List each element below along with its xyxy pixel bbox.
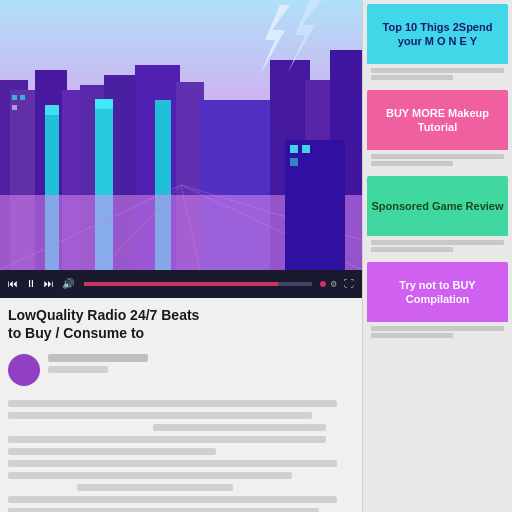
svg-rect-15 (12, 95, 17, 100)
card-2-meta (367, 150, 508, 172)
svg-rect-19 (45, 105, 59, 115)
sidebar-card-1[interactable]: Top 10 Thigs 2Spend your M O N E Y (367, 4, 508, 86)
progress-fill (84, 282, 278, 286)
card-2-bar-1 (371, 154, 504, 159)
svg-rect-16 (20, 95, 25, 100)
svg-rect-6 (80, 85, 108, 270)
card-3-bar-2 (371, 247, 453, 252)
desc-line-3 (153, 424, 326, 431)
svg-rect-13 (330, 50, 362, 270)
card-1-bar-1 (371, 68, 504, 73)
desc-line-1 (8, 400, 337, 407)
svg-rect-3 (22, 100, 40, 270)
desc-line-8 (77, 484, 233, 491)
card-2-thumb[interactable]: BUY MORE Makeup Tutorial (367, 90, 508, 150)
fullscreen-button[interactable]: ⛶ (342, 277, 356, 291)
svg-rect-32 (290, 145, 298, 153)
svg-line-27 (181, 185, 200, 270)
svg-rect-18 (45, 110, 59, 270)
sidebar-card-2[interactable]: BUY MORE Makeup Tutorial (367, 90, 508, 172)
svg-rect-12 (305, 80, 335, 270)
skip-forward-button[interactable]: ⏭ (42, 277, 56, 291)
progress-bar[interactable] (84, 282, 312, 286)
card-3-thumb[interactable]: Sponsored Game Review (367, 176, 508, 236)
card-4-thumb[interactable]: Try not to BUY Compilation (367, 262, 508, 322)
svg-line-25 (0, 185, 181, 270)
svg-rect-34 (290, 158, 298, 166)
settings-button[interactable]: ⚙ (329, 277, 339, 291)
video-controls-bar: ⏮ ⏸ ⏭ 🔊 ⚙ ⛶ (0, 270, 362, 298)
svg-rect-30 (0, 195, 362, 270)
card-3-meta (367, 236, 508, 258)
channel-info (0, 346, 362, 394)
card-2-bar-2 (371, 161, 453, 166)
card-1-thumb[interactable]: Top 10 Thigs 2Spend your M O N E Y (367, 4, 508, 64)
svg-rect-33 (302, 145, 310, 153)
desc-line-4 (8, 436, 326, 443)
svg-rect-10 (200, 100, 275, 270)
svg-line-29 (181, 185, 362, 240)
svg-rect-14 (10, 90, 35, 270)
svg-rect-21 (95, 99, 113, 109)
svg-line-26 (100, 185, 181, 270)
desc-line-2 (8, 412, 312, 419)
video-title: LowQuality Radio 24/7 Beats to Buy / Con… (0, 298, 362, 346)
svg-rect-7 (104, 75, 139, 270)
svg-rect-11 (270, 60, 310, 270)
volume-button[interactable]: 🔊 (60, 277, 76, 291)
svg-rect-20 (95, 105, 113, 270)
svg-rect-9 (176, 82, 204, 270)
card-1-meta (367, 64, 508, 86)
skip-back-button[interactable]: ⏮ (6, 277, 20, 291)
desc-line-7 (8, 472, 292, 479)
svg-rect-1 (0, 170, 362, 270)
channel-meta (48, 354, 354, 373)
card-4-bar-1 (371, 326, 504, 331)
svg-line-28 (181, 185, 362, 270)
svg-rect-22 (155, 100, 171, 270)
card-1-bar-2 (371, 75, 453, 80)
desc-line-6 (8, 460, 337, 467)
desc-line-9 (8, 496, 337, 503)
svg-rect-31 (285, 140, 345, 270)
svg-rect-8 (135, 65, 180, 270)
svg-rect-4 (35, 70, 67, 270)
card-3-bar-1 (371, 240, 504, 245)
desc-line-10 (8, 508, 319, 512)
sidebar-card-3[interactable]: Sponsored Game Review (367, 176, 508, 258)
channel-sub-bar (48, 366, 108, 373)
svg-rect-2 (0, 80, 28, 270)
desc-line-5 (8, 448, 216, 455)
channel-avatar[interactable] (8, 354, 40, 386)
main-content: ⏮ ⏸ ⏭ 🔊 ⚙ ⛶ LowQuality Radio 24/7 Beats … (0, 0, 362, 512)
card-4-meta (367, 322, 508, 344)
play-pause-button[interactable]: ⏸ (24, 277, 38, 291)
live-dot (320, 281, 326, 287)
video-scene (0, 0, 362, 270)
card-4-bar-2 (371, 333, 453, 338)
channel-name-bar (48, 354, 148, 362)
description-section (0, 394, 362, 512)
video-player[interactable] (0, 0, 362, 270)
svg-rect-0 (0, 0, 362, 180)
page-container: ⏮ ⏸ ⏭ 🔊 ⚙ ⛶ LowQuality Radio 24/7 Beats … (0, 0, 512, 512)
svg-rect-5 (62, 90, 84, 270)
controls-right: ⚙ ⛶ (320, 277, 356, 291)
sidebar: Top 10 Thigs 2Spend your M O N E Y BUY M… (362, 0, 512, 512)
svg-rect-17 (12, 105, 17, 110)
sidebar-card-4[interactable]: Try not to BUY Compilation (367, 262, 508, 344)
svg-marker-24 (288, 0, 322, 72)
svg-marker-23 (260, 5, 290, 75)
